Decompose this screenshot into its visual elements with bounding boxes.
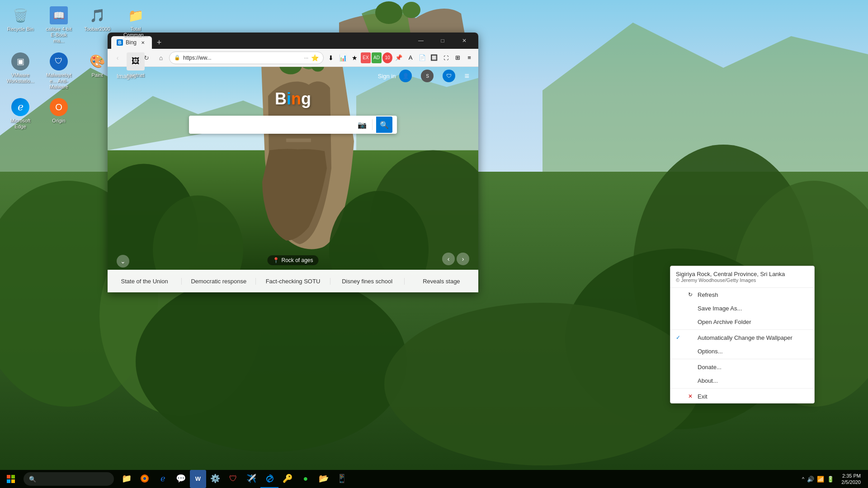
prev-image-button[interactable]: ‹ (442, 253, 455, 265)
taskbar-app-firefox[interactable] (136, 470, 154, 488)
paint-icon: 🎨 (88, 52, 106, 70)
desktop-icon-malwarebytes[interactable]: 🛡 Malwarebyte... Anti-Malware (43, 51, 75, 92)
news-bar: State of the Union Democratic response F… (108, 270, 478, 292)
download-icon[interactable]: ⬇ (326, 52, 336, 63)
reader-icon[interactable]: 📄 (417, 52, 428, 63)
exit-icon: ✕ (687, 393, 694, 400)
context-menu-exit[interactable]: ✕ Exit (670, 389, 814, 403)
next-image-button[interactable]: › (457, 253, 469, 265)
taskbar-date-text: 2/5/2020 (841, 479, 861, 485)
bing-images-link[interactable]: Images (117, 73, 136, 80)
bing-shield-avatar[interactable]: 🛡 (443, 70, 455, 82)
home-button[interactable]: ⌂ (155, 52, 167, 64)
maximize-button[interactable]: □ (432, 34, 453, 47)
news-item-disney[interactable]: Disney fines school (330, 278, 405, 285)
taskbar-clock[interactable]: 2:35 PM 2/5/2020 (838, 473, 864, 486)
edge-label: Microsoft Edge (6, 118, 34, 130)
recycle-bin-icon: 🗑️ (11, 6, 29, 24)
taskbar-app-file-explorer[interactable]: 📁 (118, 470, 136, 488)
taskbar-app-messenger[interactable]: 💬 (172, 470, 190, 488)
treelike-icon[interactable]: ⊞ (452, 52, 463, 63)
close-button[interactable]: ✕ (454, 34, 475, 47)
address-bar[interactable]: 🔒 https://ww... ··· ⭐ (169, 52, 324, 64)
reading-list-icon[interactable]: 📊 (337, 52, 348, 63)
context-menu-donate[interactable]: Donate... (670, 360, 814, 374)
toolbar-icons: ⬇ 📊 ★ EX AD 10 📌 A 📄 🔲 ⛶ ⊞ ≡ (326, 52, 475, 63)
desktop-icon-total-commander[interactable]: 📁 Total Comman... (120, 5, 151, 46)
context-menu-auto-change[interactable]: ✓ Automatically Change the Wallpaper (670, 331, 814, 344)
taskbar-app-misc[interactable]: 📱 (333, 470, 351, 488)
taskbar-app-antivirus[interactable]: 🛡 (224, 470, 242, 488)
context-menu-about[interactable]: About... (670, 374, 814, 387)
visual-search-button[interactable]: 📷 (356, 118, 368, 131)
location-text: Rock of ages (281, 257, 313, 263)
desktop-icon-calibre[interactable]: 📖 calibre 4-bit E-Book ma... (43, 5, 75, 46)
tray-show-hidden[interactable]: ^ (802, 476, 804, 482)
news-item-reveals[interactable]: Reveals stage (405, 278, 478, 285)
news-item-democratic[interactable]: Democratic response (182, 278, 256, 285)
favorites-bar-icon[interactable]: ★ (349, 52, 360, 63)
search-box[interactable]: 📷 🔍 (189, 116, 397, 134)
desktop-icon-origin[interactable]: O Origin (43, 96, 75, 131)
tab-bar: B Bing ✕ + (111, 33, 409, 49)
bing-menu-button[interactable]: ≡ (464, 71, 469, 81)
taskbar-app-folder2[interactable]: 📂 (315, 470, 333, 488)
desktop-icon-edge[interactable]: ℯ Microsoft Edge (5, 96, 36, 131)
context-menu-open-archive[interactable]: Open Archive Folder (670, 315, 814, 328)
malwarebytes-icon: 🛡 (50, 52, 68, 70)
collections-icon[interactable]: 🔲 (429, 52, 439, 63)
news-item-state-of-union[interactable]: State of the Union (108, 278, 182, 285)
taskbar-app-word[interactable]: W (190, 470, 206, 488)
new-tab-button[interactable]: + (153, 36, 165, 49)
taskbar-app-settings[interactable]: ⚙️ (206, 470, 224, 488)
context-menu-refresh[interactable]: ↻ Refresh (670, 288, 814, 301)
context-menu: Sigiriya Rock, Central Province, Sri Lan… (670, 266, 815, 404)
address-more: ··· (304, 55, 308, 61)
context-menu-image-title: Sigiriya Rock, Central Province, Sri Lan… (676, 271, 809, 277)
news-item-fact-checking[interactable]: Fact-checking SOTU (256, 278, 330, 285)
svg-rect-27 (7, 475, 10, 479)
ublock-icon[interactable]: 10 (382, 52, 392, 63)
location-pin-icon: 📍 (273, 257, 279, 263)
taskbar-app-ie[interactable]: ℯ (154, 470, 172, 488)
title-bar: B Bing ✕ + — □ ✕ (108, 33, 478, 49)
taskbar-app-telegram[interactable]: ✈️ (242, 470, 260, 488)
start-button[interactable] (0, 470, 22, 488)
desktop-icon-toobar[interactable]: 🎵 Toobar2000 (81, 5, 113, 46)
svg-rect-29 (7, 479, 10, 483)
search-button[interactable]: 🔍 (376, 117, 392, 133)
context-menu-separator-1 (670, 329, 814, 330)
taskbar-search[interactable]: 🔍 (24, 472, 114, 486)
taskbar-app-keepass[interactable]: 🔑 (278, 470, 297, 488)
svg-rect-28 (11, 475, 15, 479)
bing-rewards-avatar[interactable]: S (421, 70, 434, 82)
edge-icon: ℯ (11, 98, 29, 116)
taskbar-app-greenshot[interactable]: ● (297, 470, 315, 488)
context-menu-save-image[interactable]: Save Image As... (670, 301, 814, 315)
desktop-icon-row-1: 🗑️ Recycle Bin 📖 calibre 4-bit E-Book ma… (5, 5, 151, 46)
calibre-icon: 📖 (50, 6, 68, 24)
browser-toolbar: ‹ › ↻ ⌂ 🔒 https://ww... ··· ⭐ ⬇ 📊 ★ EX A… (108, 49, 478, 67)
extension2-icon[interactable]: AD (372, 52, 382, 63)
malwarebytes-label: Malwarebyte... Anti-Malware (45, 72, 73, 90)
scroll-down-button[interactable]: ⌄ (117, 255, 129, 267)
pin-icon[interactable]: 📌 (393, 52, 404, 63)
desktop-icon-vmware[interactable]: ▣ VMware Workstatio... (5, 51, 36, 92)
total-commander-icon: 📁 (127, 6, 145, 24)
bing-sign-in-button[interactable]: Sign in 👤 (378, 70, 412, 82)
bing-more-link[interactable]: ··· (140, 73, 145, 80)
show-desktop-button[interactable] (864, 470, 868, 488)
menu-icon[interactable]: ≡ (464, 52, 475, 63)
taskbar-app-edge[interactable] (260, 470, 278, 488)
taskbar-search-icon: 🔍 (29, 476, 36, 483)
desktop-icon-recycle-bin[interactable]: 🗑️ Recycle Bin (5, 5, 36, 46)
translation-icon[interactable]: A (405, 52, 416, 63)
context-menu-options[interactable]: Options... (670, 344, 814, 358)
donate-icon (687, 363, 694, 371)
extension1-icon[interactable]: EX (361, 52, 371, 63)
bing-user-avatar: 👤 (399, 70, 412, 82)
search-input[interactable] (193, 121, 352, 128)
immersive-icon[interactable]: ⛶ (440, 52, 451, 63)
context-menu-copyright: © Jeremy Woodhouse/Getty Images (676, 277, 809, 283)
minimize-button[interactable]: — (410, 34, 431, 47)
